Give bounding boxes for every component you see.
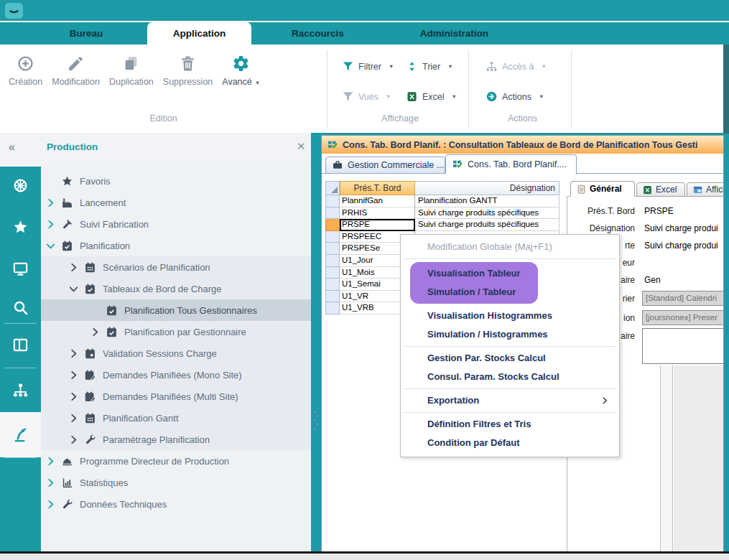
detail-tab-excel[interactable]: Excel xyxy=(636,182,685,197)
row-selector[interactable] xyxy=(325,231,340,243)
vues-button[interactable]: Vues ▼ xyxy=(342,90,391,103)
tab-label: Gestion Commerciale ... xyxy=(348,160,444,170)
menu-item-simulation-tableur[interactable]: Simulation / Tableur xyxy=(410,283,538,302)
favorites-star-icon[interactable] xyxy=(12,219,29,235)
select-all-header[interactable] xyxy=(325,181,340,195)
tab-gestion-commerciale[interactable]: Gestion Commerciale ... xyxy=(325,157,445,174)
menu-item-gestion-par-stocks[interactable]: Gestion Par. Stocks Calcul xyxy=(401,349,619,368)
tab-raccourcis[interactable]: Raccourcis xyxy=(277,22,359,45)
menu-item-consul-param-stocks[interactable]: Consul. Param. Stocks Calcul xyxy=(401,368,619,386)
menu-item-visualisation-histogrammes[interactable]: Visualisation Histogrammes xyxy=(401,307,619,325)
column-header-pres-t-bord[interactable]: Prés.T. Bord xyxy=(340,181,415,195)
document-titlebar[interactable]: Cons. Tab. Bord Planif. : Consultation T… xyxy=(322,136,723,154)
search-icon[interactable] xyxy=(12,299,29,316)
menu-item-exportation[interactable]: Exportation xyxy=(401,391,619,410)
modification-button[interactable]: Modification xyxy=(50,52,101,90)
tree-item-programme-directeur[interactable]: Programme Directeur de Production xyxy=(41,450,311,472)
calendar-check-icon xyxy=(84,283,96,295)
tree-item-label: Suivi Fabrication xyxy=(80,219,149,230)
acces-a-button[interactable]: Accès à ▼ xyxy=(486,60,547,73)
row-selector[interactable] xyxy=(325,243,340,255)
condition-input-disabled[interactable]: [joursnonex] Preser xyxy=(642,310,724,325)
detail-tab-general[interactable]: Général xyxy=(570,181,635,197)
commentaire-textarea[interactable] xyxy=(642,328,724,364)
duplication-button[interactable]: Duplication xyxy=(108,52,155,90)
tree-item-planification-par-gestionnaire[interactable]: Planification par Gestionnaire xyxy=(41,321,311,342)
wrench-icon xyxy=(84,434,96,446)
trier-button[interactable]: Trier ▼ xyxy=(406,60,453,73)
avance-button[interactable]: Avancé▼ xyxy=(220,52,261,90)
calendrier-input-disabled[interactable]: [Standard] Calendri xyxy=(642,291,724,306)
tree-item-demandes-multi-site[interactable]: Demandes Planifiées (Multi Site) xyxy=(41,386,311,407)
tree-item-label: Tableaux de Bord de Charge xyxy=(103,284,222,294)
grid-cell[interactable]: PRHIS xyxy=(340,207,415,220)
tree-item-validation-sessions[interactable]: Validation Sessions Charge xyxy=(41,342,311,364)
creation-button[interactable]: Création xyxy=(7,52,44,90)
tab-cons-tab-bord-planif[interactable]: Cons. Tab. Bord Planif.... xyxy=(445,154,577,174)
tab-label: Application xyxy=(173,28,226,39)
excel-button[interactable]: Excel ▼ xyxy=(406,90,457,103)
window-right-edge xyxy=(723,45,729,134)
tab-administration[interactable]: Administration xyxy=(399,22,510,45)
grid-cell[interactable]: Suivi charge produits spécifiques xyxy=(415,207,559,220)
tree-item-lancement[interactable]: Lancement xyxy=(41,192,311,213)
row-selector[interactable] xyxy=(325,302,340,314)
tree-item-planification-tous-gestionnaires[interactable]: Planification Tous Gestionnaires xyxy=(41,299,311,321)
grid-cell[interactable]: PlannifGan xyxy=(340,195,415,207)
tree-item-parametrage-planification[interactable]: Paramétrage Planification xyxy=(41,429,311,450)
menu-item-simulation-histogrammes[interactable]: Simulation / Histogrammes xyxy=(401,325,619,344)
tab-label: Administration xyxy=(420,28,488,39)
row-selector[interactable] xyxy=(325,279,340,291)
tree-item-favoris[interactable]: Favoris xyxy=(41,170,311,192)
tree-item-planification-gantt[interactable]: Planification Gantt xyxy=(41,407,311,429)
column-header-designation[interactable]: Désignation xyxy=(415,181,559,195)
tree-item-donnees-techniques[interactable]: Données Techniques xyxy=(41,493,311,515)
row-selector[interactable] xyxy=(325,255,340,267)
calendar-check-icon xyxy=(106,304,118,317)
desktop-icon[interactable] xyxy=(12,261,29,277)
robot-arm-production-icon[interactable] xyxy=(12,426,29,443)
tree-item-suivi-fabrication[interactable]: Suivi Fabrication xyxy=(41,213,311,235)
panels-icon[interactable] xyxy=(12,337,29,353)
production-tree-panel: Favoris Lancement Suivi Fabrication Plan… xyxy=(41,167,311,552)
detail-tab-affichage[interactable]: Affich xyxy=(687,182,724,197)
row-selector[interactable] xyxy=(325,207,340,220)
tree-item-demandes-mono-site[interactable]: Demandes Planifiées (Mono Site) xyxy=(41,364,311,386)
row-selector[interactable] xyxy=(325,291,340,303)
button-label: Filtrer xyxy=(358,62,381,72)
funnel-icon xyxy=(342,60,354,73)
close-panel-icon[interactable]: ✕ xyxy=(297,140,306,153)
helm-settings-icon[interactable] xyxy=(12,177,29,194)
tab-application[interactable]: Application xyxy=(147,22,251,45)
app-logo-icon[interactable] xyxy=(5,3,23,19)
tree-item-statistiques[interactable]: Statistiques xyxy=(41,472,311,493)
menu-item-modification-globale[interactable]: Modification Globale (Maj+F1) xyxy=(401,238,619,256)
row-selector-active[interactable] xyxy=(325,219,340,231)
tab-label: Raccourcis xyxy=(292,28,344,39)
chevron-right-icon xyxy=(45,219,56,230)
filtrer-button[interactable]: Filtrer ▼ xyxy=(342,60,394,73)
window-icon xyxy=(692,185,703,195)
menu-item-definition-filtres[interactable]: Définition Filtres et Tris xyxy=(401,415,619,434)
suppression-button[interactable]: Suppression xyxy=(162,52,215,90)
tab-label: Excel xyxy=(656,185,677,195)
row-selector[interactable] xyxy=(325,195,340,207)
grid-cell[interactable]: Suivi charge produits spécifiques xyxy=(415,219,559,231)
row-selector[interactable] xyxy=(325,267,340,279)
vertical-scrollbar[interactable] xyxy=(660,365,673,551)
collapse-panel-icon[interactable]: « xyxy=(9,141,15,154)
grid-cell[interactable]: Plannification GANTT xyxy=(415,195,559,207)
menu-item-visualisation-tableur[interactable]: Visualisation Tableur xyxy=(410,264,538,283)
tree-item-label: Validation Sessions Charge xyxy=(103,348,217,359)
grid-cell-selected[interactable]: PRSPE xyxy=(340,219,415,231)
tree-item-scenarios[interactable]: Scénarios de Planification xyxy=(41,256,311,278)
group-separator xyxy=(327,50,328,128)
tab-bureau[interactable]: Bureau xyxy=(43,22,129,45)
tree-item-tableaux-bord-charge[interactable]: Tableaux de Bord de Charge xyxy=(41,278,311,299)
menu-item-condition-defaut[interactable]: Condition par Défaut xyxy=(401,434,619,452)
hierarchy-icon[interactable] xyxy=(12,382,29,398)
actions-button[interactable]: Actions ▼ xyxy=(486,90,544,103)
tree-item-planification[interactable]: Planification xyxy=(41,235,311,256)
caret-down-icon: ▼ xyxy=(541,63,546,70)
document-title: Cons. Tab. Bord Planif. : Consultation T… xyxy=(343,140,697,150)
